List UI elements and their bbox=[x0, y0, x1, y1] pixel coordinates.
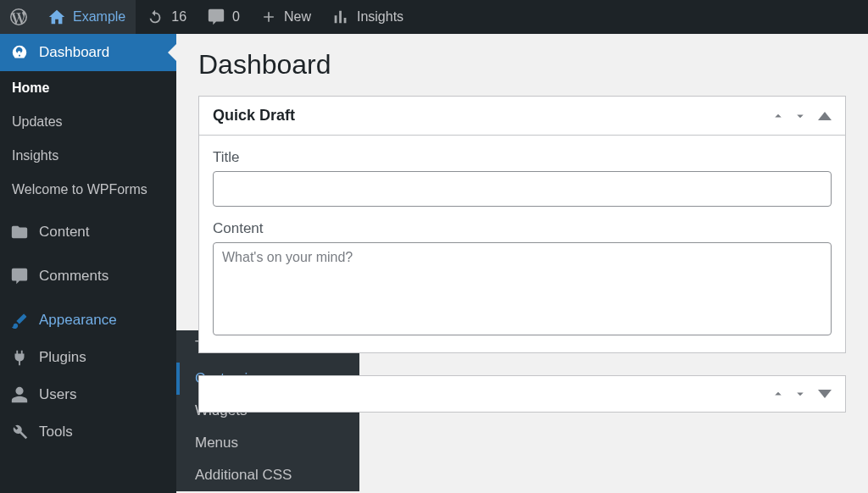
main-content: Dashboard Quick Draft Title Content bbox=[176, 34, 868, 493]
sidebar-subitem-home[interactable]: Home bbox=[0, 71, 176, 105]
sidebar-subitem-insights[interactable]: Insights bbox=[0, 139, 176, 173]
dashboard-icon bbox=[10, 43, 29, 62]
insights-label: Insights bbox=[357, 9, 403, 25]
home-icon bbox=[47, 8, 66, 26]
sidebar-item-label: Comments bbox=[39, 268, 108, 285]
sidebar-item-appearance[interactable]: Appearance bbox=[0, 302, 176, 339]
wordpress-icon bbox=[8, 7, 29, 27]
sidebar-item-tools[interactable]: Tools bbox=[0, 413, 176, 451]
bar-chart-icon bbox=[331, 8, 350, 26]
quick-draft-body: Title Content bbox=[199, 136, 845, 352]
plus-icon bbox=[260, 8, 277, 25]
collapsed-panel-header bbox=[199, 376, 845, 412]
chevron-down-icon bbox=[793, 386, 808, 402]
site-name-label: Example bbox=[73, 9, 125, 25]
panel-toggle-button[interactable] bbox=[818, 112, 832, 120]
wrench-icon bbox=[10, 423, 29, 441]
refresh-icon bbox=[146, 8, 164, 26]
sidebar-submenu-dashboard: Home Updates Insights Welcome to WPForms bbox=[0, 71, 176, 207]
site-home-button[interactable]: Example bbox=[37, 0, 136, 34]
sidebar-subitem-wpforms[interactable]: Welcome to WPForms bbox=[0, 173, 176, 207]
move-up-button[interactable] bbox=[771, 108, 786, 124]
new-label: New bbox=[284, 9, 311, 25]
sidebar-subitem-updates[interactable]: Updates bbox=[0, 105, 176, 139]
updates-button[interactable]: 16 bbox=[136, 0, 197, 34]
brush-icon bbox=[10, 311, 29, 330]
user-icon bbox=[10, 385, 29, 404]
folder-icon bbox=[10, 223, 29, 241]
comments-count: 0 bbox=[232, 9, 240, 25]
plug-icon bbox=[10, 348, 29, 367]
title-input[interactable] bbox=[213, 171, 832, 207]
panel-toggle-button[interactable] bbox=[818, 390, 832, 398]
sidebar-item-comments[interactable]: Comments bbox=[0, 258, 176, 295]
updates-count: 16 bbox=[171, 9, 186, 25]
wordpress-logo-button[interactable] bbox=[0, 0, 37, 34]
chevron-up-icon bbox=[771, 386, 786, 402]
panel-title: Quick Draft bbox=[213, 107, 295, 125]
comments-button[interactable]: 0 bbox=[197, 0, 250, 34]
sidebar-item-label: Dashboard bbox=[39, 44, 109, 61]
admin-topbar: Example 16 0 New Insights bbox=[0, 0, 868, 34]
admin-sidebar: Dashboard Home Updates Insights Welcome … bbox=[0, 34, 176, 493]
sidebar-item-label: Users bbox=[39, 386, 76, 403]
sidebar-item-label: Plugins bbox=[39, 349, 86, 366]
move-up-button[interactable] bbox=[771, 386, 786, 402]
move-down-button[interactable] bbox=[793, 108, 808, 124]
comment-icon bbox=[207, 8, 225, 26]
comment-icon bbox=[10, 267, 29, 285]
insights-button[interactable]: Insights bbox=[321, 0, 414, 34]
chevron-up-icon bbox=[771, 108, 786, 124]
sidebar-item-users[interactable]: Users bbox=[0, 376, 176, 413]
sidebar-item-plugins[interactable]: Plugins bbox=[0, 339, 176, 376]
content-textarea[interactable] bbox=[213, 242, 832, 335]
move-down-button[interactable] bbox=[793, 386, 808, 402]
sidebar-item-label: Tools bbox=[39, 424, 73, 440]
sidebar-item-label: Content bbox=[39, 224, 90, 241]
title-label: Title bbox=[213, 149, 832, 166]
page-title: Dashboard bbox=[198, 49, 846, 80]
sidebar-item-content[interactable]: Content bbox=[0, 213, 176, 251]
sidebar-item-label: Appearance bbox=[39, 312, 117, 329]
chevron-down-icon bbox=[793, 108, 808, 124]
new-button[interactable]: New bbox=[250, 0, 321, 34]
collapsed-panel bbox=[198, 375, 846, 413]
content-label: Content bbox=[213, 220, 832, 237]
quick-draft-panel: Quick Draft Title Content bbox=[198, 96, 846, 353]
quick-draft-header: Quick Draft bbox=[199, 97, 845, 136]
sidebar-item-dashboard[interactable]: Dashboard bbox=[0, 34, 176, 71]
